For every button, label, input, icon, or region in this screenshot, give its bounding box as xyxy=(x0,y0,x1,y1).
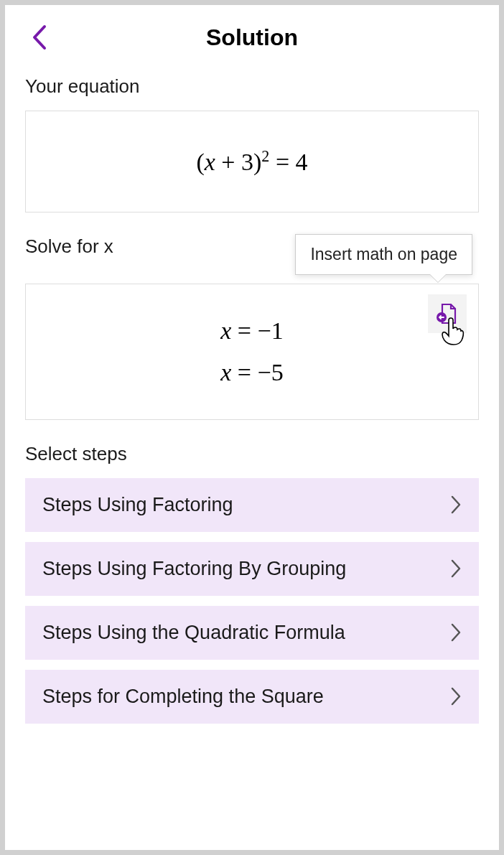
page-title: Solution xyxy=(206,24,298,51)
insert-tooltip: Insert math on page xyxy=(295,234,472,275)
step-quadratic-formula[interactable]: Steps Using the Quadratic Formula xyxy=(25,606,479,660)
chevron-right-icon xyxy=(450,559,462,579)
chevron-right-icon xyxy=(450,622,462,643)
chevron-right-icon xyxy=(450,495,462,515)
back-button[interactable] xyxy=(25,23,54,52)
solve-label: Solve for x xyxy=(25,235,113,258)
step-label: Steps Using the Quadratic Formula xyxy=(42,622,345,644)
step-factoring-grouping[interactable]: Steps Using Factoring By Grouping xyxy=(25,542,479,596)
equation-box: (x + 3)2 = 4 xyxy=(25,111,479,212)
equation-math: (x + 3)2 = 4 xyxy=(40,147,464,176)
solution-box: Insert math on page x = −1 x = −5 xyxy=(25,284,479,420)
solution-line: x = −5 xyxy=(40,352,464,393)
header: Solution xyxy=(25,19,479,55)
step-completing-square[interactable]: Steps for Completing the Square xyxy=(25,670,479,724)
step-factoring[interactable]: Steps Using Factoring xyxy=(25,478,479,532)
steps-label: Select steps xyxy=(25,443,479,465)
solution-panel: Solution Your equation (x + 3)2 = 4 Solv… xyxy=(5,5,499,850)
step-label: Steps Using Factoring xyxy=(42,494,233,516)
step-label: Steps Using Factoring By Grouping xyxy=(42,558,346,580)
insert-page-icon xyxy=(435,302,459,326)
chevron-left-icon xyxy=(32,24,47,50)
chevron-right-icon xyxy=(450,686,462,706)
solution-line: x = −1 xyxy=(40,310,464,352)
steps-list: Steps Using Factoring Steps Using Factor… xyxy=(25,478,479,724)
insert-math-button[interactable] xyxy=(428,294,467,333)
step-label: Steps for Completing the Square xyxy=(42,686,324,708)
equation-label: Your equation xyxy=(25,75,479,98)
